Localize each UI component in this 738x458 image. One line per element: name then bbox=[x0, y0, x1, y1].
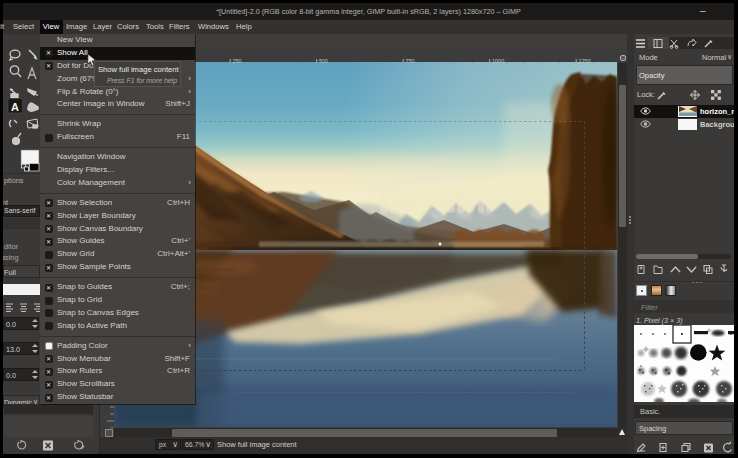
svg-text:750: 750 bbox=[406, 58, 415, 63]
svg-text:250: 250 bbox=[233, 58, 242, 63]
svg-text:500: 500 bbox=[319, 58, 328, 63]
svg-text:A: A bbox=[11, 100, 19, 112]
svg-text:1000: 1000 bbox=[492, 58, 504, 63]
svg-text:1250: 1250 bbox=[579, 58, 591, 63]
